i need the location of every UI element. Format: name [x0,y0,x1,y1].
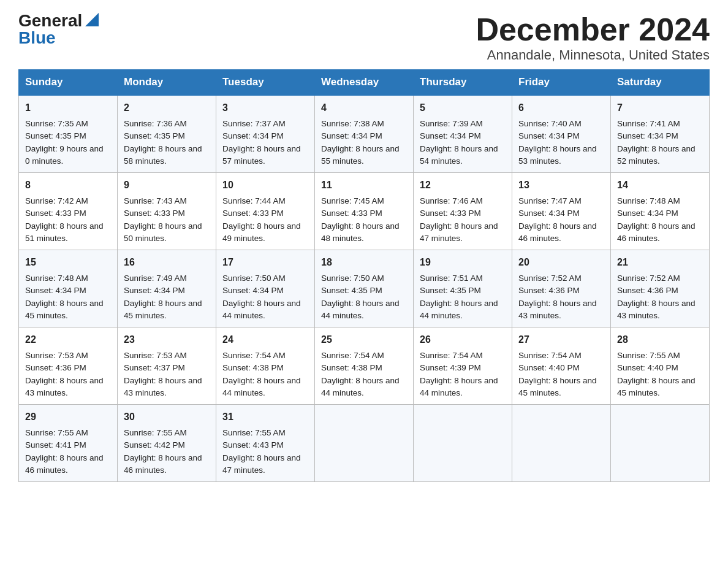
calendar-day-cell: 21Sunrise: 7:52 AMSunset: 4:36 PMDayligh… [611,250,710,327]
daylight-info: Daylight: 8 hours and57 minutes. [222,143,308,168]
sunset-info: Sunset: 4:39 PM [420,362,506,374]
header-thursday: Thursday [414,70,512,96]
day-number: 25 [321,332,407,347]
calendar-day-cell: 13Sunrise: 7:47 AMSunset: 4:34 PMDayligh… [512,173,611,250]
sunrise-info: Sunrise: 7:35 AM [25,118,111,130]
calendar-day-cell: 7Sunrise: 7:41 AMSunset: 4:34 PMDaylight… [611,95,710,173]
calendar-day-cell: 8Sunrise: 7:42 AMSunset: 4:33 PMDaylight… [19,173,118,250]
daylight-info: Daylight: 8 hours and46 minutes. [617,220,703,245]
sunrise-info: Sunrise: 7:54 AM [222,350,308,362]
calendar-day-cell [315,405,414,482]
sunrise-info: Sunrise: 7:54 AM [518,350,604,362]
sunset-info: Sunset: 4:33 PM [321,207,407,220]
day-number: 9 [124,178,210,193]
sunset-info: Sunset: 4:34 PM [222,130,308,142]
sunset-info: Sunset: 4:33 PM [25,207,111,220]
daylight-info: Daylight: 8 hours and43 minutes. [518,297,604,323]
logo-general-text: General [18,12,82,29]
logo-blue-text: Blue [18,29,56,47]
sunrise-info: Sunrise: 7:42 AM [25,195,111,207]
day-number: 31 [222,410,308,424]
daylight-info: Daylight: 8 hours and49 minutes. [222,220,308,245]
sunset-info: Sunset: 4:38 PM [222,362,308,374]
daylight-info: Daylight: 8 hours and46 minutes. [518,220,604,245]
sunset-info: Sunset: 4:37 PM [124,362,210,374]
daylight-info: Daylight: 8 hours and44 minutes. [420,375,506,400]
sunrise-info: Sunrise: 7:49 AM [124,272,210,285]
logo: General Blue [18,12,99,47]
sunset-info: Sunset: 4:42 PM [124,439,210,451]
day-number: 22 [25,332,111,347]
calendar-day-cell: 15Sunrise: 7:48 AMSunset: 4:34 PMDayligh… [19,250,118,327]
day-number: 26 [420,332,506,347]
sunset-info: Sunset: 4:34 PM [25,285,111,297]
sunset-info: Sunset: 4:34 PM [124,285,210,297]
sunset-info: Sunset: 4:36 PM [617,285,703,297]
day-number: 2 [124,101,210,115]
sunrise-info: Sunrise: 7:43 AM [124,195,210,207]
sunset-info: Sunset: 4:38 PM [321,362,407,374]
day-number: 21 [617,255,703,270]
daylight-info: Daylight: 8 hours and44 minutes. [420,297,506,323]
sunrise-info: Sunrise: 7:37 AM [222,118,308,130]
daylight-info: Daylight: 8 hours and50 minutes. [124,220,210,245]
calendar-day-cell: 30Sunrise: 7:55 AMSunset: 4:42 PMDayligh… [118,405,216,482]
day-number: 27 [518,332,604,347]
sunrise-info: Sunrise: 7:36 AM [124,118,210,130]
calendar-day-cell: 28Sunrise: 7:55 AMSunset: 4:40 PMDayligh… [611,327,710,405]
day-number: 17 [222,255,308,270]
daylight-info: Daylight: 8 hours and58 minutes. [124,143,210,168]
day-number: 28 [617,332,703,347]
sunrise-info: Sunrise: 7:48 AM [25,272,111,285]
logo-triangle-icon [85,13,99,26]
day-number: 8 [25,178,111,193]
daylight-info: Daylight: 8 hours and53 minutes. [518,143,604,168]
header-monday: Monday [118,70,216,96]
sunset-info: Sunset: 4:34 PM [518,207,604,220]
calendar-day-cell: 16Sunrise: 7:49 AMSunset: 4:34 PMDayligh… [118,250,216,327]
calendar-day-cell: 14Sunrise: 7:48 AMSunset: 4:34 PMDayligh… [611,173,710,250]
daylight-info: Daylight: 8 hours and47 minutes. [222,452,308,477]
calendar-table: SundayMondayTuesdayWednesdayThursdayFrid… [18,69,710,482]
sunrise-info: Sunrise: 7:53 AM [25,350,111,362]
sunrise-info: Sunrise: 7:41 AM [617,118,703,130]
day-number: 15 [25,255,111,270]
daylight-info: Daylight: 8 hours and46 minutes. [124,452,210,477]
sunrise-info: Sunrise: 7:52 AM [518,272,604,285]
header-sunday: Sunday [19,70,118,96]
calendar-subtitle: Annandale, Minnesota, United States [476,47,710,63]
daylight-info: Daylight: 8 hours and45 minutes. [518,375,604,400]
day-number: 20 [518,255,604,270]
daylight-info: Daylight: 8 hours and46 minutes. [25,452,111,477]
day-number: 5 [420,101,506,115]
day-number: 6 [518,101,604,115]
calendar-day-cell: 20Sunrise: 7:52 AMSunset: 4:36 PMDayligh… [512,250,611,327]
header-tuesday: Tuesday [216,70,315,96]
daylight-info: Daylight: 8 hours and43 minutes. [25,375,111,400]
sunrise-info: Sunrise: 7:50 AM [222,272,308,285]
sunrise-info: Sunrise: 7:51 AM [420,272,506,285]
calendar-day-cell: 11Sunrise: 7:45 AMSunset: 4:33 PMDayligh… [315,173,414,250]
calendar-day-cell: 5Sunrise: 7:39 AMSunset: 4:34 PMDaylight… [414,95,512,173]
sunrise-info: Sunrise: 7:52 AM [617,272,703,285]
calendar-week-5: 29Sunrise: 7:55 AMSunset: 4:41 PMDayligh… [19,405,710,482]
calendar-day-cell: 27Sunrise: 7:54 AMSunset: 4:40 PMDayligh… [512,327,611,405]
day-number: 11 [321,178,407,193]
daylight-info: Daylight: 8 hours and45 minutes. [25,297,111,323]
calendar-day-cell [414,405,512,482]
daylight-info: Daylight: 8 hours and45 minutes. [617,375,703,400]
sunrise-info: Sunrise: 7:54 AM [420,350,506,362]
sunset-info: Sunset: 4:36 PM [25,362,111,374]
sunset-info: Sunset: 4:41 PM [25,439,111,451]
calendar-day-cell: 19Sunrise: 7:51 AMSunset: 4:35 PMDayligh… [414,250,512,327]
calendar-week-3: 15Sunrise: 7:48 AMSunset: 4:34 PMDayligh… [19,250,710,327]
sunset-info: Sunset: 4:34 PM [617,130,703,142]
calendar-day-cell: 31Sunrise: 7:55 AMSunset: 4:43 PMDayligh… [216,405,315,482]
calendar-day-cell [611,405,710,482]
calendar-day-cell: 10Sunrise: 7:44 AMSunset: 4:33 PMDayligh… [216,173,315,250]
sunset-info: Sunset: 4:33 PM [222,207,308,220]
day-number: 16 [124,255,210,270]
calendar-day-cell: 9Sunrise: 7:43 AMSunset: 4:33 PMDaylight… [118,173,216,250]
sunset-info: Sunset: 4:34 PM [420,130,506,142]
sunset-info: Sunset: 4:36 PM [518,285,604,297]
